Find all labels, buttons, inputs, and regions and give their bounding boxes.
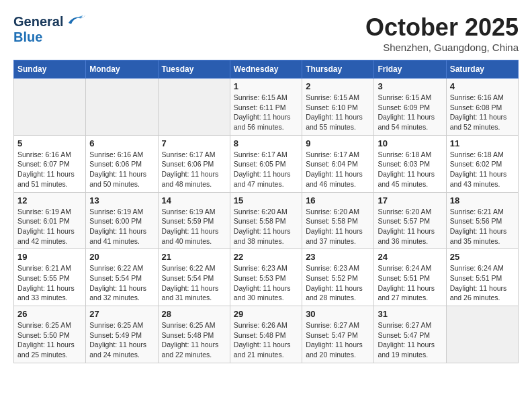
day-number: 15 bbox=[234, 195, 298, 205]
day-number: 10 bbox=[378, 138, 442, 148]
calendar-cell: 29Sunrise: 6:26 AM Sunset: 5:48 PM Dayli… bbox=[230, 306, 302, 363]
weekday-header-monday: Monday bbox=[86, 60, 158, 79]
calendar-cell: 13Sunrise: 6:19 AM Sunset: 6:00 PM Dayli… bbox=[86, 192, 158, 249]
calendar-cell bbox=[158, 79, 230, 136]
day-number: 18 bbox=[450, 195, 515, 205]
day-number: 17 bbox=[378, 195, 442, 205]
day-number: 31 bbox=[378, 309, 442, 319]
calendar-cell: 6Sunrise: 6:16 AM Sunset: 6:06 PM Daylig… bbox=[86, 135, 158, 192]
weekday-header-sunday: Sunday bbox=[14, 60, 86, 79]
month-title: October 2025 bbox=[365, 13, 519, 42]
week-row-4: 26Sunrise: 6:25 AM Sunset: 5:50 PM Dayli… bbox=[14, 306, 519, 363]
calendar-cell bbox=[14, 79, 86, 136]
day-number: 6 bbox=[89, 138, 154, 148]
day-info: Sunrise: 6:16 AM Sunset: 6:08 PM Dayligh… bbox=[450, 93, 515, 132]
day-number: 1 bbox=[234, 81, 298, 91]
day-number: 19 bbox=[17, 252, 82, 262]
calendar-cell: 9Sunrise: 6:17 AM Sunset: 6:04 PM Daylig… bbox=[302, 135, 374, 192]
day-number: 27 bbox=[89, 309, 154, 319]
day-number: 12 bbox=[17, 195, 82, 205]
day-info: Sunrise: 6:24 AM Sunset: 5:51 PM Dayligh… bbox=[378, 263, 442, 303]
day-number: 14 bbox=[162, 195, 226, 205]
calendar-cell: 23Sunrise: 6:23 AM Sunset: 5:52 PM Dayli… bbox=[302, 249, 374, 306]
header: General Blue October 2025 Shenzhen, Guan… bbox=[13, 13, 519, 53]
day-info: Sunrise: 6:20 AM Sunset: 5:57 PM Dayligh… bbox=[378, 207, 442, 246]
calendar-cell: 27Sunrise: 6:25 AM Sunset: 5:49 PM Dayli… bbox=[86, 306, 158, 363]
day-info: Sunrise: 6:24 AM Sunset: 5:51 PM Dayligh… bbox=[450, 263, 515, 303]
calendar-cell: 7Sunrise: 6:17 AM Sunset: 6:06 PM Daylig… bbox=[158, 135, 230, 192]
calendar-cell: 3Sunrise: 6:15 AM Sunset: 6:09 PM Daylig… bbox=[374, 79, 446, 136]
calendar-cell: 19Sunrise: 6:21 AM Sunset: 5:55 PM Dayli… bbox=[14, 249, 86, 306]
calendar-cell: 18Sunrise: 6:21 AM Sunset: 5:56 PM Dayli… bbox=[446, 192, 518, 249]
day-info: Sunrise: 6:26 AM Sunset: 5:48 PM Dayligh… bbox=[234, 320, 298, 360]
day-info: Sunrise: 6:15 AM Sunset: 6:09 PM Dayligh… bbox=[378, 93, 442, 132]
calendar-cell: 14Sunrise: 6:19 AM Sunset: 5:59 PM Dayli… bbox=[158, 192, 230, 249]
week-row-2: 12Sunrise: 6:19 AM Sunset: 6:01 PM Dayli… bbox=[14, 192, 519, 249]
day-info: Sunrise: 6:21 AM Sunset: 5:56 PM Dayligh… bbox=[450, 207, 515, 246]
logo-bird-icon bbox=[67, 13, 86, 30]
day-number: 7 bbox=[162, 138, 226, 148]
calendar-cell: 11Sunrise: 6:18 AM Sunset: 6:02 PM Dayli… bbox=[446, 135, 518, 192]
day-info: Sunrise: 6:15 AM Sunset: 6:10 PM Dayligh… bbox=[306, 93, 370, 132]
day-info: Sunrise: 6:21 AM Sunset: 5:55 PM Dayligh… bbox=[17, 263, 82, 303]
weekday-header-saturday: Saturday bbox=[446, 60, 518, 79]
day-info: Sunrise: 6:17 AM Sunset: 6:06 PM Dayligh… bbox=[162, 150, 226, 189]
day-info: Sunrise: 6:22 AM Sunset: 5:54 PM Dayligh… bbox=[89, 263, 154, 303]
day-info: Sunrise: 6:25 AM Sunset: 5:50 PM Dayligh… bbox=[17, 320, 82, 360]
calendar-cell bbox=[446, 306, 518, 363]
day-number: 13 bbox=[89, 195, 154, 205]
calendar-cell bbox=[86, 79, 158, 136]
day-info: Sunrise: 6:15 AM Sunset: 6:11 PM Dayligh… bbox=[234, 93, 298, 132]
day-number: 30 bbox=[306, 309, 370, 319]
day-number: 24 bbox=[378, 252, 442, 262]
calendar-cell: 1Sunrise: 6:15 AM Sunset: 6:11 PM Daylig… bbox=[230, 79, 302, 136]
day-number: 8 bbox=[234, 138, 298, 148]
day-info: Sunrise: 6:20 AM Sunset: 5:58 PM Dayligh… bbox=[234, 207, 298, 246]
logo: General Blue bbox=[13, 13, 86, 45]
title-area: October 2025 Shenzhen, Guangdong, China bbox=[365, 13, 519, 53]
day-info: Sunrise: 6:20 AM Sunset: 5:58 PM Dayligh… bbox=[306, 207, 370, 246]
day-number: 28 bbox=[162, 309, 226, 319]
day-info: Sunrise: 6:25 AM Sunset: 5:49 PM Dayligh… bbox=[89, 320, 154, 360]
calendar-cell: 26Sunrise: 6:25 AM Sunset: 5:50 PM Dayli… bbox=[14, 306, 86, 363]
day-info: Sunrise: 6:19 AM Sunset: 6:00 PM Dayligh… bbox=[89, 207, 154, 246]
calendar-cell: 16Sunrise: 6:20 AM Sunset: 5:58 PM Dayli… bbox=[302, 192, 374, 249]
week-row-3: 19Sunrise: 6:21 AM Sunset: 5:55 PM Dayli… bbox=[14, 249, 519, 306]
day-number: 20 bbox=[89, 252, 154, 262]
calendar-cell: 17Sunrise: 6:20 AM Sunset: 5:57 PM Dayli… bbox=[374, 192, 446, 249]
day-info: Sunrise: 6:22 AM Sunset: 5:54 PM Dayligh… bbox=[162, 263, 226, 303]
day-info: Sunrise: 6:25 AM Sunset: 5:48 PM Dayligh… bbox=[162, 320, 226, 360]
logo-general-text: General bbox=[13, 14, 63, 30]
weekday-header-friday: Friday bbox=[374, 60, 446, 79]
day-info: Sunrise: 6:16 AM Sunset: 6:07 PM Dayligh… bbox=[17, 150, 82, 189]
day-number: 2 bbox=[306, 81, 370, 91]
day-number: 4 bbox=[450, 81, 515, 91]
day-number: 3 bbox=[378, 81, 442, 91]
day-number: 11 bbox=[450, 138, 515, 148]
calendar-cell: 28Sunrise: 6:25 AM Sunset: 5:48 PM Dayli… bbox=[158, 306, 230, 363]
calendar-cell: 20Sunrise: 6:22 AM Sunset: 5:54 PM Dayli… bbox=[86, 249, 158, 306]
calendar-cell: 15Sunrise: 6:20 AM Sunset: 5:58 PM Dayli… bbox=[230, 192, 302, 249]
day-info: Sunrise: 6:19 AM Sunset: 5:59 PM Dayligh… bbox=[162, 207, 226, 246]
day-info: Sunrise: 6:19 AM Sunset: 6:01 PM Dayligh… bbox=[17, 207, 82, 246]
calendar-cell: 5Sunrise: 6:16 AM Sunset: 6:07 PM Daylig… bbox=[14, 135, 86, 192]
week-row-1: 5Sunrise: 6:16 AM Sunset: 6:07 PM Daylig… bbox=[14, 135, 519, 192]
weekday-header-wednesday: Wednesday bbox=[230, 60, 302, 79]
day-info: Sunrise: 6:27 AM Sunset: 5:47 PM Dayligh… bbox=[378, 320, 442, 360]
calendar-cell: 31Sunrise: 6:27 AM Sunset: 5:47 PM Dayli… bbox=[374, 306, 446, 363]
week-row-0: 1Sunrise: 6:15 AM Sunset: 6:11 PM Daylig… bbox=[14, 79, 519, 136]
calendar-table: SundayMondayTuesdayWednesdayThursdayFrid… bbox=[13, 60, 519, 363]
day-info: Sunrise: 6:17 AM Sunset: 6:04 PM Dayligh… bbox=[306, 150, 370, 189]
logo-blue-text: Blue bbox=[13, 30, 42, 44]
day-number: 23 bbox=[306, 252, 370, 262]
day-number: 21 bbox=[162, 252, 226, 262]
calendar-cell: 12Sunrise: 6:19 AM Sunset: 6:01 PM Dayli… bbox=[14, 192, 86, 249]
day-number: 25 bbox=[450, 252, 515, 262]
calendar-cell: 25Sunrise: 6:24 AM Sunset: 5:51 PM Dayli… bbox=[446, 249, 518, 306]
day-info: Sunrise: 6:27 AM Sunset: 5:47 PM Dayligh… bbox=[306, 320, 370, 360]
calendar-cell: 22Sunrise: 6:23 AM Sunset: 5:53 PM Dayli… bbox=[230, 249, 302, 306]
day-info: Sunrise: 6:23 AM Sunset: 5:52 PM Dayligh… bbox=[306, 263, 370, 303]
day-number: 5 bbox=[17, 138, 82, 148]
day-info: Sunrise: 6:18 AM Sunset: 6:02 PM Dayligh… bbox=[450, 150, 515, 189]
calendar-cell: 4Sunrise: 6:16 AM Sunset: 6:08 PM Daylig… bbox=[446, 79, 518, 136]
